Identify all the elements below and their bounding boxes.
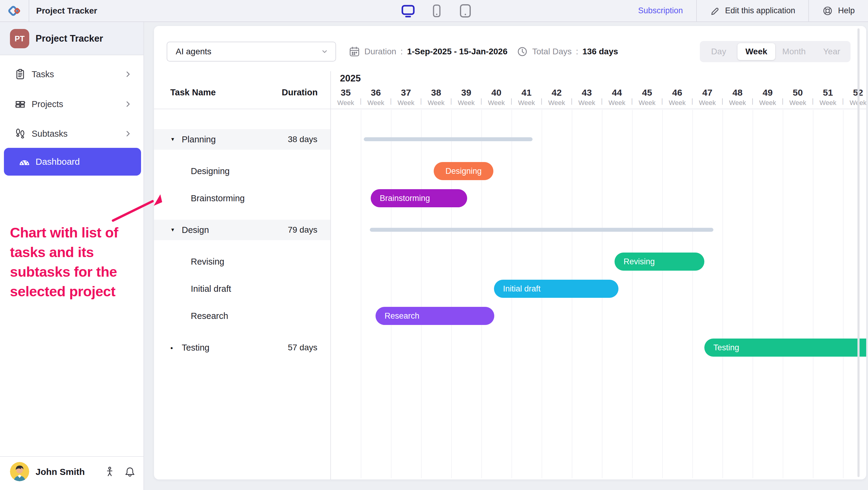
mobile-icon[interactable] (430, 4, 444, 18)
week-separator: | (691, 97, 693, 105)
task-name: Research (191, 311, 228, 321)
duration-info: Duration : 1-Sep-2025 - 15-Jan-2026 (349, 41, 507, 62)
view-scale-toggle: DayWeekMonthYear (700, 41, 850, 62)
task-row-planning[interactable]: ▼Planning38 days (154, 129, 330, 149)
view-option-year[interactable]: Year (813, 41, 850, 62)
grid-line (722, 110, 723, 478)
week-column-header-51: 51Week (813, 88, 843, 107)
view-option-month[interactable]: Month (775, 41, 813, 62)
task-row-brainstorming[interactable]: Brainstorming (154, 188, 330, 208)
week-column-header-40: 40Week (481, 88, 512, 107)
gantt-bar-testing[interactable]: Testing (704, 339, 866, 357)
gantt-bar-design[interactable] (370, 228, 713, 232)
task-duration: 38 days (288, 135, 317, 144)
sidebar: PT Project Tracker TasksProjectsSubtasks… (0, 22, 144, 490)
week-separator: | (510, 97, 513, 105)
dashboard-panel: AI agents Duration : 1-Sep-2025 - 15-Jan… (154, 26, 866, 480)
subtasks-icon (14, 128, 26, 139)
accessibility-icon[interactable] (104, 466, 115, 477)
week-separator: | (812, 97, 814, 105)
vertical-scrollbar[interactable] (858, 28, 860, 477)
week-column-header-46: 46Week (662, 88, 692, 107)
task-row-testing[interactable]: ●Testing57 days (154, 338, 330, 357)
week-separator: | (601, 97, 603, 105)
subscription-link[interactable]: Subscription (625, 0, 696, 22)
gantt-bar-initial-draft[interactable]: Initial draft (494, 280, 618, 298)
week-column-header-44: 44Week (602, 88, 632, 107)
projects-icon (14, 98, 26, 110)
task-duration: 79 days (288, 225, 317, 235)
sidebar-item-tasks[interactable]: Tasks (0, 64, 144, 85)
duration-value: 1-Sep-2025 - 15-Jan-2026 (407, 47, 507, 56)
view-option-week[interactable]: Week (738, 43, 775, 60)
grid-line (843, 110, 844, 478)
collapse-triangle-icon[interactable]: ▼ (170, 137, 178, 142)
sidebar-item-label: Dashboard (36, 156, 80, 167)
week-column-header-41: 41Week (512, 88, 541, 107)
notifications-bell-icon[interactable] (124, 466, 135, 477)
gantt-bar-brainstorming[interactable]: Brainstorming (371, 189, 467, 207)
sidebar-item-subtasks[interactable]: Subtasks (0, 123, 144, 144)
device-preview-toggle (401, 0, 472, 22)
grid-line (813, 110, 813, 478)
chevron-right-icon (124, 100, 132, 108)
grid-line (752, 110, 753, 478)
project-select[interactable]: AI agents (167, 41, 336, 62)
pencil-icon (710, 6, 720, 16)
task-name: Testing (182, 343, 210, 353)
week-column-header-42: 42Week (541, 88, 572, 107)
sidebar-brand: PT Project Tracker (0, 22, 144, 55)
help-icon (822, 5, 833, 16)
week-separator: | (450, 97, 452, 105)
task-row-research[interactable]: Research (154, 306, 330, 326)
user-avatar[interactable] (10, 462, 29, 481)
task-row-designing[interactable]: Designing (154, 161, 330, 181)
week-separator: | (541, 97, 542, 105)
brand-avatar: PT (10, 29, 29, 48)
task-row-revising[interactable]: Revising (154, 252, 330, 271)
week-column-header-52: 52Week (843, 88, 866, 107)
app-logo-icon (7, 4, 22, 18)
gantt-bar-revising[interactable]: Revising (615, 253, 704, 271)
tablet-icon[interactable] (458, 4, 472, 18)
total-days-info: Total Days : 136 days (517, 41, 618, 62)
edit-application-button[interactable]: Edit this application (696, 0, 809, 22)
week-separator: | (721, 97, 723, 105)
task-name: Planning (182, 135, 216, 145)
week-separator: | (661, 97, 663, 105)
view-option-day[interactable]: Day (700, 41, 738, 62)
task-row-initial-draft[interactable]: Initial draft (154, 279, 330, 299)
week-column-header-49: 49Week (752, 88, 783, 107)
gantt-bar-designing[interactable]: Designing (434, 162, 493, 180)
collapse-triangle-icon[interactable]: ▼ (170, 227, 178, 233)
dashboard-icon (19, 156, 30, 168)
edit-application-label: Edit this application (725, 6, 795, 16)
task-row-design[interactable]: ▼Design79 days (154, 220, 330, 240)
task-name: Brainstorming (191, 194, 245, 203)
week-column-header-50: 50Week (783, 88, 813, 107)
sidebar-item-label: Projects (32, 99, 63, 109)
week-column-header-36: 36Week (361, 88, 391, 107)
column-header-duration: Duration (282, 87, 318, 97)
project-select-value: AI agents (176, 47, 211, 56)
task-name: Design (182, 225, 209, 235)
header-divider (154, 109, 866, 109)
gantt-bar-research[interactable]: Research (375, 307, 494, 325)
bullet-icon: ● (170, 345, 178, 350)
window-title: Project Tracker (36, 0, 97, 22)
desktop-icon[interactable] (401, 4, 415, 18)
week-separator: | (782, 97, 784, 105)
task-name: Revising (191, 257, 224, 267)
sidebar-item-projects[interactable]: Projects (0, 93, 144, 115)
user-row: John Smith (0, 457, 144, 489)
help-button[interactable]: Help (808, 0, 868, 22)
sidebar-item-label: Subtasks (32, 129, 67, 139)
tasks-icon (14, 68, 26, 80)
sidebar-item-dashboard[interactable]: Dashboard (4, 148, 141, 176)
gantt-bar-planning[interactable] (364, 137, 532, 141)
week-separator: | (360, 97, 362, 105)
app-logo[interactable] (0, 0, 29, 22)
task-name: Designing (191, 166, 230, 176)
column-header-task-name: Task Name (170, 87, 216, 97)
week-separator: | (752, 97, 753, 105)
